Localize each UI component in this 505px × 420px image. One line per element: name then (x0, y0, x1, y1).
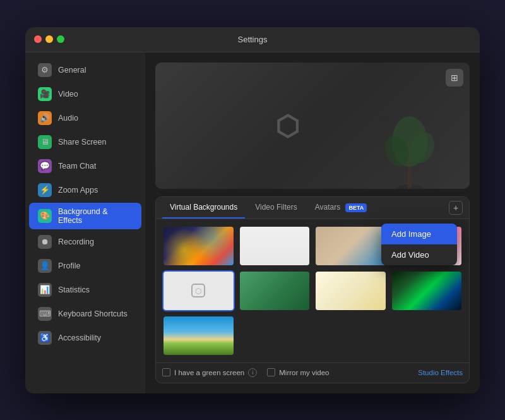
svg-text:⬡: ⬡ (195, 287, 201, 296)
green-screen-label: I have a green screen (174, 369, 244, 376)
bg-white2-preview: ⬡ (163, 272, 234, 310)
zoom-apps-icon: ⚡ (38, 183, 52, 197)
sidebar-item-audio[interactable]: 🔊 Audio (29, 107, 141, 129)
general-icon: ⚙ (38, 63, 52, 77)
panel-footer: I have a green screen i Mirror my video … (156, 363, 469, 382)
sidebar-label-video: Video (58, 90, 78, 99)
title-bar: Settings (25, 27, 480, 52)
sidebar-item-share-screen[interactable]: 🖥 Share Screen (29, 131, 141, 153)
bg-thumb-beach[interactable] (162, 315, 235, 356)
bg-room-preview (316, 227, 386, 265)
bg-white-preview (240, 227, 310, 265)
backgrounds-panel: Virtual Backgrounds Video Filters Avatar… (155, 196, 470, 383)
add-image-option[interactable]: Add Image (381, 224, 457, 244)
add-icon: + (453, 203, 458, 213)
bg-thumb-white[interactable] (239, 225, 311, 267)
keyboard-icon: ⌨ (38, 307, 52, 321)
sidebar-item-statistics[interactable]: 📊 Statistics (29, 279, 141, 301)
zoom-logo: ⬡ (275, 109, 299, 141)
tab-avatars-label: Avatars (315, 203, 340, 212)
info-icon[interactable]: i (248, 368, 257, 377)
sidebar-label-stats: Statistics (58, 285, 90, 294)
studio-effects-link[interactable]: Studio Effects (418, 369, 463, 376)
mirror-label: Mirror my video (279, 369, 329, 376)
background-icon: 🎨 (38, 209, 52, 223)
video-icon: 🎥 (38, 87, 52, 101)
content-area: ⬡ ⊞ Virtual Backgrounds Video Filters Av… (145, 52, 480, 393)
tab-video-filters[interactable]: Video Filters (247, 197, 304, 219)
share-screen-icon: 🖥 (38, 135, 52, 149)
bg-thumb-room[interactable] (314, 225, 387, 267)
profile-icon: 👤 (38, 259, 52, 273)
close-button[interactable] (34, 35, 42, 43)
add-video-option[interactable]: Add Video (381, 244, 457, 265)
bg-thumb-aurora[interactable] (391, 270, 463, 311)
bg-thumb-white2[interactable]: ⬡ (162, 270, 235, 311)
recording-icon: ⏺ (38, 235, 52, 249)
sidebar-item-recording[interactable]: ⏺ Recording (29, 231, 141, 253)
sidebar-label-profile: Profile (58, 261, 80, 270)
add-background-button[interactable]: + Add Image Add Video (449, 201, 463, 215)
bg-thumb-colorful[interactable] (162, 225, 235, 267)
statistics-icon: 📊 (38, 283, 52, 297)
accessibility-icon: ♿ (38, 331, 52, 345)
bg-logo-icon: ⬡ (189, 281, 208, 300)
sidebar-label-zoom: Zoom Apps (58, 186, 98, 195)
tab-avatars[interactable]: Avatars BETA (307, 197, 375, 219)
sidebar-label-share: Share Screen (58, 138, 106, 147)
bg-colorful-preview (163, 227, 234, 265)
bg-aurora-preview (392, 272, 462, 310)
sidebar-label-bg: Background & Effects (58, 207, 133, 225)
sidebar-label-audio: Audio (58, 114, 78, 123)
main-content: ⚙ General 🎥 Video 🔊 Audio 🖥 Share Screen… (25, 52, 480, 393)
preview-fullscreen-button[interactable]: ⊞ (446, 69, 463, 87)
preview-area: ⬡ ⊞ (155, 63, 470, 189)
bg-desk-preview (240, 272, 310, 310)
tabs-header: Virtual Backgrounds Video Filters Avatar… (156, 197, 469, 219)
tab-virtual-backgrounds[interactable]: Virtual Backgrounds (162, 197, 245, 219)
mirror-checkbox-box[interactable] (267, 368, 275, 376)
sidebar-item-background[interactable]: 🎨 Background & Effects (29, 203, 141, 229)
traffic-lights (34, 35, 64, 43)
sidebar-item-zoom-apps[interactable]: ⚡ Zoom Apps (29, 179, 141, 201)
sidebar: ⚙ General 🎥 Video 🔊 Audio 🖥 Share Screen… (25, 52, 145, 393)
bg-beach-preview (163, 316, 234, 355)
audio-icon: 🔊 (38, 111, 52, 125)
bg-lets-preview (316, 272, 386, 310)
team-chat-icon: 💬 (38, 159, 52, 173)
green-screen-checkbox[interactable]: I have a green screen i (162, 368, 257, 377)
sidebar-item-general[interactable]: ⚙ General (29, 59, 141, 81)
sidebar-label-access: Accessibility (58, 333, 101, 342)
bg-thumb-desk[interactable] (239, 270, 311, 311)
green-screen-checkbox-box[interactable] (162, 368, 170, 376)
sidebar-item-profile[interactable]: 👤 Profile (29, 255, 141, 277)
add-dropdown: Add Image Add Video (381, 224, 457, 265)
minimize-button[interactable] (45, 35, 53, 43)
sidebar-item-accessibility[interactable]: ♿ Accessibility (29, 327, 141, 349)
sidebar-item-team-chat[interactable]: 💬 Team Chat (29, 155, 141, 177)
sidebar-item-video[interactable]: 🎥 Video (29, 83, 141, 105)
app-window: Settings ⚙ General 🎥 Video 🔊 Audio 🖥 Sha… (25, 27, 480, 393)
sidebar-item-keyboard[interactable]: ⌨ Keyboard Shortcuts (29, 303, 141, 325)
bg-thumb-lets[interactable] (314, 270, 387, 311)
sidebar-label-general: General (58, 66, 86, 75)
sidebar-label-keyboard: Keyboard Shortcuts (58, 309, 128, 318)
window-title: Settings (238, 35, 268, 44)
mirror-checkbox[interactable]: Mirror my video (267, 368, 329, 376)
sidebar-label-chat: Team Chat (58, 162, 96, 171)
maximize-button[interactable] (57, 35, 64, 43)
plant-decoration (381, 107, 438, 189)
beta-badge: BETA (345, 203, 367, 212)
sidebar-label-recording: Recording (58, 237, 94, 246)
